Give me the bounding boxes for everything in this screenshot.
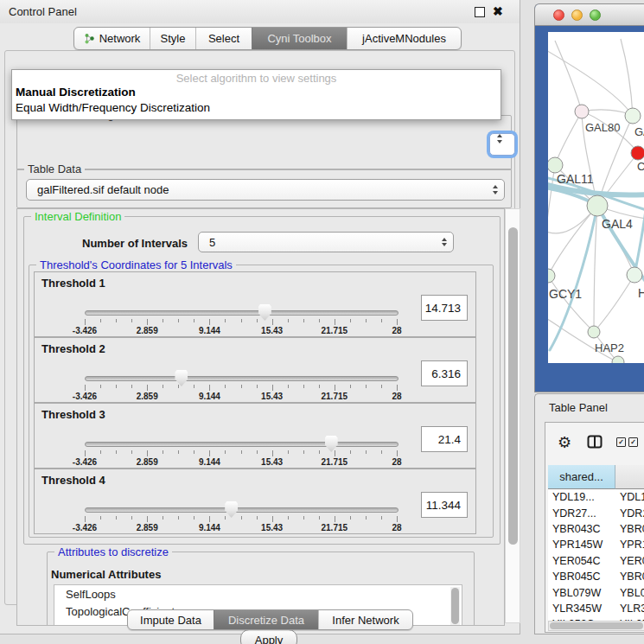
slider-track[interactable] [85, 442, 399, 447]
table-row[interactable]: YER054CYER05 [548, 553, 644, 569]
algorithm-dropdown-popup: Select algorithm to view settings Manual… [11, 69, 501, 120]
slider-track[interactable] [85, 376, 399, 381]
threshold-row-4: Threshold 4-3.4262.8599.14415.4321.71528… [34, 469, 476, 534]
slider-track[interactable] [85, 310, 399, 316]
table-cell: YLR34 [615, 601, 644, 616]
tab-select[interactable]: Select [195, 28, 252, 49]
table-data-combobox[interactable]: galFiltered.sif default node [26, 179, 505, 201]
float-window-icon[interactable] [475, 7, 485, 17]
tab-cyni-toolbox[interactable]: Cyni Toolbox [252, 28, 347, 49]
tick-mark [225, 450, 226, 454]
network-window-titlebar [535, 4, 644, 26]
table-row[interactable]: YBR043CYBR04 [548, 521, 644, 537]
tab-discretize-data[interactable]: Discretize Data [214, 610, 318, 629]
tab-infer-network[interactable]: Infer Network [318, 610, 412, 629]
checkboxes-icon[interactable]: ✓ ✓ [616, 437, 638, 447]
close-traffic-light[interactable] [553, 10, 564, 21]
tick-mark [131, 319, 132, 322]
table-horizontal-scrollbar[interactable] [548, 621, 644, 631]
dropdown-option-manual-discretization[interactable]: Manual Discretization [12, 86, 501, 100]
tick-mark [194, 516, 194, 520]
tick-mark [257, 385, 258, 388]
control-panel-titlebar: Control Panel ✖ [0, 0, 520, 23]
tab-jactivemnodules[interactable]: jActiveMNodules [347, 28, 461, 49]
tick-mark [225, 385, 226, 388]
table-hscroll-thumb[interactable] [550, 622, 643, 629]
network-node-label: GAL11 [557, 172, 594, 186]
list-scrollbar-thumb[interactable] [451, 588, 459, 624]
tick-mark [257, 319, 258, 322]
combo-value: galFiltered.sif default node [37, 183, 169, 196]
network-node [627, 267, 642, 283]
tick-label: 9.144 [190, 326, 228, 335]
threshold-label: Threshold 1 [41, 277, 105, 290]
tick-mark [381, 516, 382, 520]
table-cell: YDL19... [548, 489, 615, 505]
number-of-intervals-label: Number of Intervals [82, 237, 188, 250]
tab-impute-data[interactable]: Impute Data [128, 610, 214, 629]
tick-mark [116, 450, 117, 454]
network-canvas[interactable]: GAL80GACGAL11GAL4GCY1HHAP2 [548, 32, 644, 363]
panel-title: Control Panel [9, 5, 77, 18]
table-cell: YBR04 [615, 569, 644, 584]
table-row[interactable]: YDR27...YDR27 [548, 505, 644, 520]
network-node-label: HAP2 [595, 341, 624, 354]
table-panel-window: Table Panel ⚙ ✓ ✓ shared...na YDL19...YD… [534, 393, 644, 634]
node-table[interactable]: shared...na YDL19...YDL19YDR27...YDR27YB… [548, 465, 644, 621]
table-cell: YBL079W [548, 584, 615, 600]
algorithm-combobox[interactable] [489, 133, 515, 156]
column-header-na[interactable]: na [615, 465, 644, 489]
threshold-label: Threshold 4 [41, 474, 105, 487]
threshold-label: Threshold 3 [41, 408, 105, 421]
threshold-value-field[interactable]: 21.4 [421, 426, 468, 452]
table-row[interactable]: YDL19...YDL19 [548, 489, 644, 505]
slider-handle[interactable] [258, 304, 271, 321]
slider-track[interactable] [85, 507, 399, 513]
tick-mark [303, 450, 304, 454]
tick-label: 9.144 [190, 392, 228, 401]
slider-handle[interactable] [175, 370, 188, 386]
tab-network[interactable]: Network [74, 28, 150, 49]
threshold-value-field[interactable]: 11.344 [421, 492, 468, 518]
table-row[interactable]: YLR345WYLR34 [548, 601, 644, 616]
tick-label: 28 [378, 392, 416, 401]
tick-mark [147, 319, 148, 325]
threshold-value-field[interactable]: 6.316 [421, 360, 468, 386]
tick-label: 15.43 [253, 523, 291, 532]
checkbox-checked-icon: ✓ [616, 437, 626, 447]
tick-mark [100, 516, 101, 520]
number-of-intervals-combobox[interactable]: 5 [198, 232, 454, 252]
columns-icon[interactable] [587, 435, 603, 449]
tick-mark [163, 385, 163, 388]
tick-label: 15.43 [253, 392, 291, 401]
list-scrollbar[interactable] [450, 587, 460, 626]
list-item-selfloops[interactable]: SelfLoops [54, 585, 462, 603]
tick-mark [85, 385, 86, 391]
tick-mark [225, 319, 226, 322]
tick-mark [335, 385, 335, 391]
tick-mark [131, 450, 132, 454]
minimize-traffic-light[interactable] [571, 10, 583, 21]
tick-mark [178, 385, 179, 388]
table-row[interactable]: YPR145WYPR14 [548, 537, 644, 552]
dropdown-option-equal-width-frequency-discretization[interactable]: Equal Width/Frequency Discretization [12, 101, 501, 116]
slider-handle[interactable] [225, 501, 238, 518]
apply-button[interactable]: Apply [240, 629, 297, 644]
tab-style[interactable]: Style [150, 28, 195, 49]
tick-mark [350, 385, 351, 388]
close-icon[interactable]: ✖ [493, 4, 503, 18]
tick-mark [241, 450, 242, 454]
main-scrollbar[interactable] [505, 208, 520, 623]
table-row[interactable]: YBR045CYBR04 [548, 569, 644, 584]
main-scrollbar-thumb[interactable] [508, 227, 518, 545]
threshold-value-field[interactable]: 14.713 [421, 295, 468, 321]
column-header-shared[interactable]: shared... [548, 465, 615, 489]
gear-icon[interactable]: ⚙ [558, 433, 571, 452]
network-node-label: GA [634, 125, 644, 138]
table-row[interactable]: YBL079WYBL07 [548, 584, 644, 600]
tick-mark [288, 450, 289, 454]
tick-mark [397, 385, 398, 391]
slider-handle[interactable] [325, 436, 338, 452]
zoom-traffic-light[interactable] [590, 10, 601, 21]
network-node-label: C [637, 160, 644, 173]
